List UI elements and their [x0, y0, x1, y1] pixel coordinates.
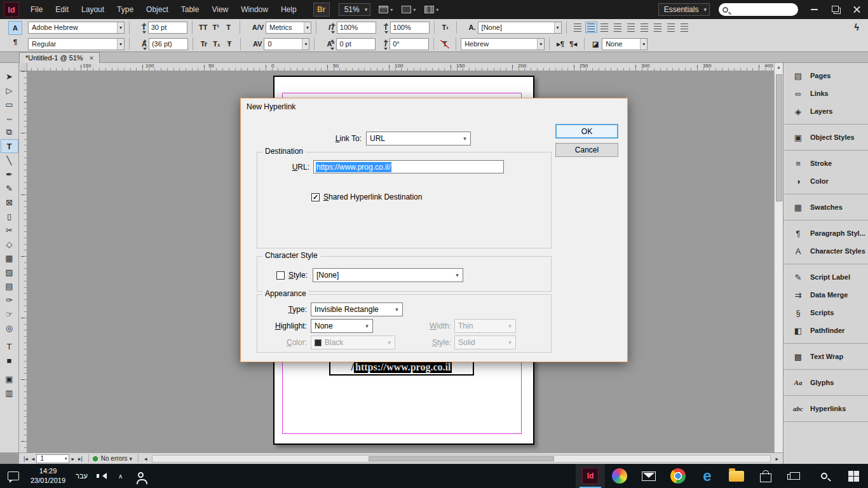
style-checkbox[interactable]: [276, 271, 285, 280]
menu-type[interactable]: Type: [111, 0, 140, 19]
all-caps-button[interactable]: TT: [197, 22, 210, 34]
selection-tool[interactable]: ➤: [1, 69, 18, 83]
panel-button-glyphs[interactable]: AaGlyphs: [783, 374, 868, 391]
first-page-button[interactable]: |◂: [22, 456, 30, 462]
taskbar-edge-button[interactable]: e: [693, 464, 722, 488]
highlight-select[interactable]: None: [311, 319, 373, 333]
panel-button-character-styles[interactable]: ACharacter Styles: [783, 242, 868, 260]
direct-selection-tool[interactable]: ▷: [1, 83, 18, 97]
panel-button-text-wrap[interactable]: ▩Text Wrap: [783, 348, 868, 365]
subscript-button[interactable]: T₁: [210, 38, 223, 50]
next-page-button[interactable]: ▸: [69, 456, 76, 462]
vertical-scroll-thumb[interactable]: [776, 74, 782, 201]
paragraph-formatting-button[interactable]: ¶: [8, 35, 22, 49]
style-select[interactable]: [None]: [313, 268, 463, 282]
panel-button-pages[interactable]: ▤Pages: [783, 67, 868, 85]
horizontal-scroll-thumb[interactable]: [369, 456, 554, 461]
justify-left-button[interactable]: [612, 22, 624, 33]
rectangle-tool[interactable]: ▯: [1, 209, 18, 223]
clock[interactable]: 14:2923/01/2019: [31, 464, 65, 488]
document-tab[interactable]: *Untitled-1 @ 51% ×: [19, 52, 100, 63]
workspace-select[interactable]: Essentials: [658, 3, 710, 16]
zoom-level-select[interactable]: 51%: [339, 3, 371, 16]
zoom-tool[interactable]: ◎: [1, 321, 18, 335]
scroll-up-icon[interactable]: ▲: [775, 63, 783, 71]
ok-button[interactable]: OK: [555, 124, 618, 139]
menu-object[interactable]: Object: [140, 0, 175, 19]
menu-window[interactable]: Window: [234, 0, 275, 19]
text-wrap-button[interactable]: ◪: [589, 38, 602, 50]
language-select[interactable]: Hebrew: [461, 38, 545, 50]
text-options-button[interactable]: T›: [439, 22, 452, 34]
view-options-button[interactable]: [376, 3, 396, 17]
taskbar-chrome-button[interactable]: [663, 464, 693, 488]
no-language-button[interactable]: T: [438, 38, 451, 50]
language-indicator[interactable]: עבר: [76, 464, 88, 488]
cancel-button[interactable]: Cancel: [555, 143, 618, 157]
skew-stepper[interactable]: 0°: [390, 38, 429, 50]
tab-close-icon[interactable]: ×: [90, 54, 93, 62]
type-tool[interactable]: T: [1, 139, 18, 153]
kerning-select[interactable]: Metrics: [266, 22, 311, 34]
leading-stepper[interactable]: (36 pt): [149, 38, 188, 50]
menu-file[interactable]: File: [24, 0, 49, 19]
pencil-tool[interactable]: ✎: [1, 181, 18, 195]
people-button[interactable]: [129, 464, 153, 488]
panel-button-swatches[interactable]: ▦Swatches: [783, 198, 868, 216]
page-number-select[interactable]: 1: [36, 454, 69, 463]
vertical-scrollbar[interactable]: ▲: [774, 63, 783, 452]
panel-button-hyperlinks[interactable]: abcHyperlinks: [783, 400, 868, 417]
gap-tool[interactable]: ⇔: [1, 111, 18, 125]
preflight-status-text[interactable]: No errors: [101, 455, 128, 462]
close-button[interactable]: [846, 0, 868, 19]
panel-button-scripts[interactable]: §Scripts: [783, 304, 868, 322]
panel-button-stroke[interactable]: ≡Stroke: [783, 154, 868, 172]
page-tool[interactable]: ▭: [1, 97, 18, 111]
task-view-button[interactable]: [780, 464, 810, 488]
font-size-stepper[interactable]: 30 pt: [148, 22, 187, 34]
search-input[interactable]: [719, 3, 798, 16]
taskbar-indesign-button[interactable]: Id: [576, 464, 605, 488]
tracking-select[interactable]: 0: [264, 38, 309, 50]
scroll-left-icon[interactable]: ◂: [142, 456, 149, 462]
link-to-select[interactable]: URL: [366, 132, 471, 146]
font-family-select[interactable]: Adobe Hebrew: [28, 22, 125, 34]
taskbar-store-button[interactable]: [751, 464, 780, 488]
taskbar-photos-button[interactable]: [605, 464, 634, 488]
gradient-feather-tool[interactable]: ▨: [1, 265, 18, 279]
align-right-button[interactable]: [599, 22, 611, 33]
type-select[interactable]: Invisible Rectangle: [311, 302, 403, 316]
start-button[interactable]: [839, 464, 868, 488]
align-center-button[interactable]: [585, 22, 597, 33]
eyedropper-tool[interactable]: ✑: [1, 293, 18, 307]
rectangle-frame-tool[interactable]: ⊠: [1, 195, 18, 209]
gradient-swatch-tool[interactable]: ▦: [1, 251, 18, 265]
screen-mode-button[interactable]: ▥: [1, 386, 18, 400]
scissors-tool[interactable]: ✂: [1, 223, 18, 237]
stepper-arrows[interactable]: [142, 23, 148, 34]
formatting-affects-text-button[interactable]: T: [1, 339, 18, 353]
justify-right-button[interactable]: [639, 22, 651, 33]
superscript-button[interactable]: T¹: [210, 22, 222, 34]
justify-all-button[interactable]: [652, 22, 664, 33]
panel-button-object-styles[interactable]: ▣Object Styles: [783, 128, 868, 146]
panel-button-links[interactable]: ∞Links: [783, 85, 868, 102]
panel-button-pathfinder[interactable]: ◧Pathfinder: [783, 322, 868, 339]
url-input[interactable]: https://www.prog.co.il/: [313, 160, 504, 173]
normal-view-button[interactable]: ▣: [1, 372, 18, 386]
menu-help[interactable]: Help: [275, 0, 303, 19]
content-collector-tool[interactable]: ⧉: [1, 125, 18, 139]
restore-button[interactable]: [825, 0, 846, 19]
taskbar-mail-button[interactable]: [634, 464, 663, 488]
align-left-button[interactable]: [572, 22, 584, 33]
menu-edit[interactable]: Edit: [49, 0, 75, 19]
baseline-shift-stepper[interactable]: 0 pt: [336, 38, 376, 50]
note-tool[interactable]: ▤: [1, 279, 18, 293]
ltr-paragraph-button[interactable]: ▸¶: [554, 38, 567, 50]
horizontal-scrollbar[interactable]: [152, 455, 771, 463]
align-away-spine-button[interactable]: [679, 22, 691, 33]
underline-button[interactable]: T: [222, 22, 235, 34]
panel-button-paragraph-styles[interactable]: ¶Paragraph Styl...: [783, 224, 868, 242]
preflight-menu-icon[interactable]: ▾: [127, 456, 134, 462]
action-center-button[interactable]: [0, 464, 27, 488]
